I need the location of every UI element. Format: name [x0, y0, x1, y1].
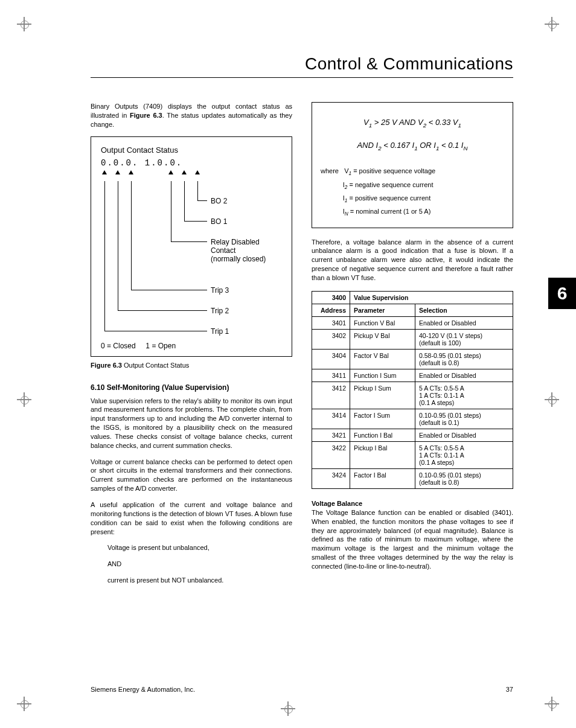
page-title: Control & Communications: [91, 54, 513, 74]
cell-address: 3404: [312, 349, 350, 369]
table-row: 3414Factor I Sum0.10-0.95 (0.01 steps) (…: [312, 409, 513, 429]
intro-paragraph: Binary Outputs (7409) displays the outpu…: [91, 102, 292, 129]
table-row: 3401Function V BalEnabled or Disabled: [312, 316, 513, 329]
table-header-group: 3400: [312, 291, 350, 304]
caption-text: Output Contact Status: [122, 362, 189, 369]
cell-parameter: Pickup I Bal: [350, 441, 415, 468]
formula-line-1: V1 > 25 V AND V2 < 0.33 V1: [321, 117, 504, 129]
table-row: 3421Function I BalEnabled or Disabled: [312, 429, 513, 441]
lcd-readout: 0.0.0. 1.0.0.: [101, 158, 282, 168]
label-trip1: Trip 1: [211, 327, 229, 336]
table-header-title: Value Supervision: [350, 291, 513, 304]
footer-company: Siemens Energy & Automation, Inc.: [91, 686, 195, 693]
table-row: 3404Factor V Bal0.58-0.95 (0.01 steps) (…: [312, 349, 513, 369]
cell-address: 3422: [312, 441, 350, 468]
chapter-tab: 6: [548, 278, 576, 309]
label-bo2: BO 2: [211, 197, 227, 205]
body-paragraph: Value supervision refers to the relay's …: [91, 397, 292, 450]
subsection-heading: Voltage Balance: [312, 500, 513, 507]
cell-parameter: Pickup I Sum: [350, 382, 415, 409]
cell-parameter: Factor I Bal: [350, 468, 415, 488]
crop-mark: [545, 392, 559, 407]
label-trip2: Trip 2: [211, 307, 229, 315]
cell-address: 3412: [312, 382, 350, 409]
label-trip3: Trip 3: [211, 286, 229, 295]
table-row: 3422Pickup I Bal5 A CTs: 0.5-5 A 1 A CTs…: [312, 441, 513, 468]
left-column: Binary Outputs (7409) displays the outpu…: [91, 102, 292, 592]
cell-selection: 0.58-0.95 (0.01 steps) (default is 0.8): [415, 349, 513, 369]
footer-page-number: 37: [506, 686, 513, 693]
figure-caption: Figure 6.3 Output Contact Status: [91, 362, 292, 369]
cell-address: 3401: [312, 316, 350, 329]
cell-selection: 5 A CTs: 0.5-5 A 1 A CTs: 0.1-1 A (0.1 A…: [415, 441, 513, 468]
cell-address: 3402: [312, 329, 350, 349]
label-bo1: BO 1: [211, 217, 227, 226]
condition-line: current is present but NOT unbalanced.: [107, 576, 292, 585]
table-col-selection: Selection: [415, 304, 513, 316]
formula-line-2: AND I2 < 0.167 I1 OR I1 < 0.1 IN: [321, 140, 504, 152]
condition-line: AND: [107, 560, 292, 569]
crop-mark: [281, 701, 295, 716]
cell-selection: 5 A CTs: 0.5-5 A 1 A CTs: 0.1-1 A (0.1 A…: [415, 382, 513, 409]
crop-mark: [545, 697, 559, 711]
figure-ref: Figure 6.3: [130, 112, 162, 119]
cell-selection: 0.10-0.95 (0.01 steps) (default is 0.8): [415, 468, 513, 488]
arrow-row: [101, 170, 282, 180]
cell-parameter: Pickup V Bal: [350, 329, 415, 349]
cell-address: 3424: [312, 468, 350, 488]
caption-label: Figure 6.3: [91, 362, 122, 369]
cell-selection: 0.10-0.95 (0.01 steps) (default is 0.1): [415, 409, 513, 429]
right-column: V1 > 25 V AND V2 < 0.33 V1 AND I2 < 0.16…: [312, 102, 513, 592]
page-footer: Siemens Energy & Automation, Inc. 37: [91, 686, 513, 693]
crop-mark: [545, 17, 559, 31]
header-rule: [91, 77, 513, 78]
section-heading: 6.10 Self-Monitoring (Value Supervision): [91, 383, 292, 392]
cell-address: 3414: [312, 409, 350, 429]
crop-mark: [17, 17, 31, 31]
cell-parameter: Function I Bal: [350, 429, 415, 441]
cell-address: 3411: [312, 369, 350, 382]
figure-legend: 0 = Closed 1 = Open: [101, 342, 282, 350]
cell-parameter: Factor I Sum: [350, 409, 415, 429]
crop-mark: [17, 697, 31, 711]
cell-selection: Enabled or Disabled: [415, 429, 513, 441]
table-row: 3412Pickup I Sum5 A CTs: 0.5-5 A 1 A CTs…: [312, 382, 513, 409]
leader-lines: BO 2 BO 1 Relay Disabled Contact (normal…: [101, 181, 282, 338]
condition-block: Voltage is present but unbalanced, AND c…: [107, 543, 292, 585]
cell-selection: Enabled or Disabled: [415, 316, 513, 329]
cell-address: 3421: [312, 429, 350, 441]
table-col-address: Address: [312, 304, 350, 316]
value-supervision-table: 3400 Value Supervision Address Parameter…: [312, 291, 513, 489]
body-paragraph: The Voltage Balance function can be enab…: [312, 508, 513, 571]
label-relay: Relay Disabled Contact (normally closed): [211, 238, 266, 264]
cell-parameter: Function V Bal: [350, 316, 415, 329]
cell-selection: 40-120 V (0.1 V steps) (default is 100): [415, 329, 513, 349]
crop-mark: [17, 392, 31, 407]
body-paragraph: Therefore, a voltage balance alarm in th…: [312, 238, 513, 283]
formula-box: V1 > 25 V AND V2 < 0.33 V1 AND I2 < 0.16…: [312, 102, 513, 228]
table-row: 3411Function I SumEnabled or Disabled: [312, 369, 513, 382]
cell-parameter: Factor V Bal: [350, 349, 415, 369]
table-row: 3402Pickup V Bal40-120 V (0.1 V steps) (…: [312, 329, 513, 349]
body-paragraph: Voltage or current balance checks can be…: [91, 458, 292, 493]
formula-where: where V1 = positive sequence voltage I2 …: [321, 165, 504, 219]
table-row: 3424Factor I Bal0.10-0.95 (0.01 steps) (…: [312, 468, 513, 488]
condition-line: Voltage is present but unbalanced,: [107, 543, 292, 552]
cell-parameter: Function I Sum: [350, 369, 415, 382]
table-col-parameter: Parameter: [350, 304, 415, 316]
cell-selection: Enabled or Disabled: [415, 369, 513, 382]
figure-box: Output Contact Status 0.0.0. 1.0.0.: [91, 136, 292, 357]
body-paragraph: A useful application of the current and …: [91, 500, 292, 536]
figure-title: Output Contact Status: [101, 145, 282, 155]
